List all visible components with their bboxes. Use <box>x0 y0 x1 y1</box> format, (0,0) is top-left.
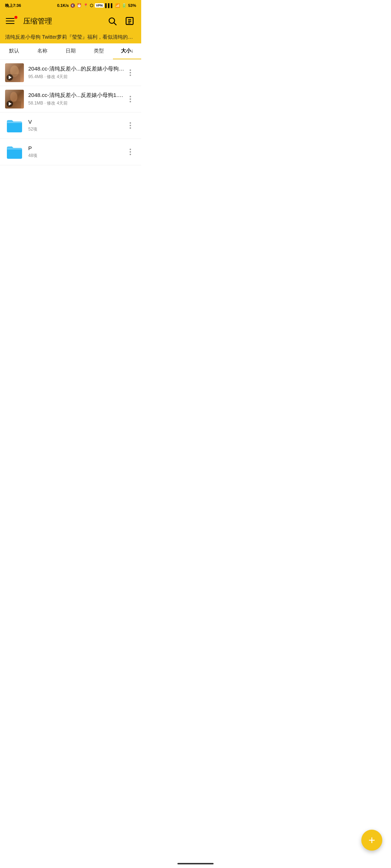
list-item[interactable]: 2048.cc-清纯反差小...的反差婊小母狗.mp4 95.4MB · 修改 … <box>0 60 141 86</box>
list-item[interactable]: V 52项 <box>0 112 141 139</box>
status-bar: 晚上7:36 0.1K/s 🔇 ⏰ 📍 ⬡ VPN ▌▌▌ 📶 🔋 53% <box>0 0 141 11</box>
wifi-icon: 📶 <box>115 3 120 8</box>
app-bar: 压缩管理 <box>0 11 141 31</box>
play-icon <box>7 74 13 81</box>
location-icon: 📍 <box>83 3 88 8</box>
sort-tabs: 默认 名称 日期 类型 大小↓ <box>0 43 141 60</box>
file-info: 2048.cc-清纯反差小...反差婊小母狗1.mp4 58.1MB · 修改 … <box>28 92 125 106</box>
file-info: 2048.cc-清纯反差小...的反差婊小母狗.mp4 95.4MB · 修改 … <box>28 65 125 80</box>
list-item[interactable]: 2048.cc-清纯反差小...反差婊小母狗1.mp4 58.1MB · 修改 … <box>0 86 141 112</box>
sort-tab-size[interactable]: 大小↓ <box>113 43 141 59</box>
more-button[interactable] <box>125 67 136 78</box>
folder-meta: 52项 <box>28 126 125 132</box>
sort-tab-date[interactable]: 日期 <box>56 43 85 59</box>
status-time: 晚上7:36 <box>5 3 21 8</box>
file-thumbnail <box>5 90 24 109</box>
svg-point-10 <box>10 92 17 102</box>
bluetooth-icon: ⬡ <box>90 3 93 8</box>
network-speed: 0.1K/s <box>57 3 69 8</box>
menu-notification-dot <box>14 16 17 19</box>
sort-tab-type[interactable]: 类型 <box>85 43 113 59</box>
more-button[interactable] <box>125 146 136 158</box>
file-meta: 58.1MB · 修改 4天前 <box>28 100 125 106</box>
folder-icon <box>5 142 24 161</box>
search-button[interactable] <box>106 15 118 27</box>
file-name: 2048.cc-清纯反差小...的反差婊小母狗.mp4 <box>28 65 125 72</box>
folder-name: P <box>28 145 125 151</box>
folder-name: V <box>28 119 125 125</box>
folder-meta: 48项 <box>28 153 125 159</box>
sort-tab-default[interactable]: 默认 <box>0 43 28 59</box>
file-info: V 52项 <box>28 119 125 132</box>
menu-button[interactable] <box>6 14 19 27</box>
battery-icon: 🔋 <box>122 3 127 8</box>
file-meta: 95.4MB · 修改 4天前 <box>28 74 125 80</box>
file-info: P 48项 <box>28 145 125 159</box>
edit-button[interactable] <box>124 15 135 27</box>
file-list: 2048.cc-清纯反差小...的反差婊小母狗.mp4 95.4MB · 修改 … <box>0 60 141 165</box>
battery-percent: 53% <box>128 3 136 8</box>
alarm-icon: ⏰ <box>77 3 82 8</box>
svg-line-1 <box>114 23 116 25</box>
sort-tab-name[interactable]: 名称 <box>28 43 56 59</box>
mute-icon: 🔇 <box>70 3 75 8</box>
ad-banner[interactable]: 清纯反差小母狗 Twitter萝莉『莹莹』福利，看似清纯的女同学 其实放学后是 <box>0 31 141 43</box>
list-item[interactable]: P 48项 <box>0 139 141 165</box>
vpn-badge: VPN <box>95 3 104 8</box>
play-icon <box>7 101 13 107</box>
more-button[interactable] <box>125 120 136 131</box>
app-bar-actions <box>106 15 135 27</box>
signal-icon: ▌▌▌ <box>105 3 114 8</box>
more-button[interactable] <box>125 93 136 105</box>
folder-icon <box>5 116 24 135</box>
file-name: 2048.cc-清纯反差小...反差婊小母狗1.mp4 <box>28 92 125 99</box>
status-right: 0.1K/s 🔇 ⏰ 📍 ⬡ VPN ▌▌▌ 📶 🔋 53% <box>57 3 136 8</box>
app-title: 压缩管理 <box>23 16 106 26</box>
file-thumbnail <box>5 63 24 82</box>
